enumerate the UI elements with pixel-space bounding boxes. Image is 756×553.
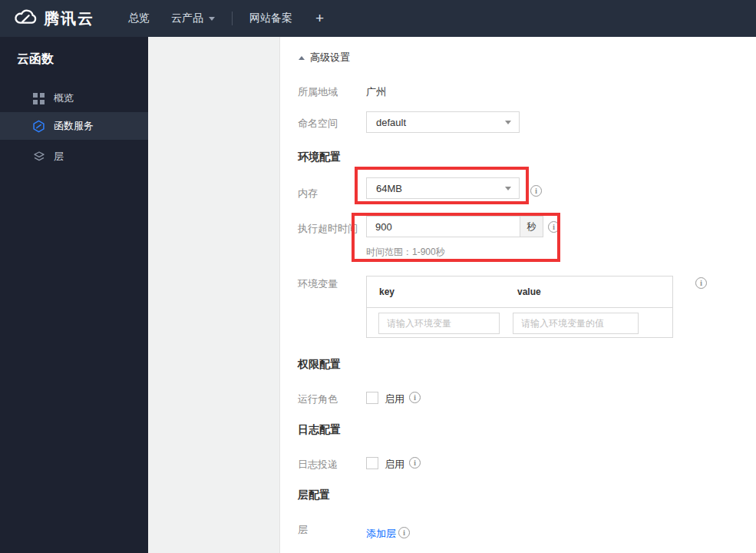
memory-selected-value: 64MB [376, 183, 402, 194]
sidebar-title: 云函数 [0, 37, 148, 84]
memory-select[interactable]: 64MB [366, 177, 520, 199]
timeout-hint: 时间范围：1-900秒 [366, 246, 445, 259]
env-key-header: key [379, 286, 395, 297]
env-vars-table: key value [366, 276, 673, 338]
sidebar-item-layers[interactable]: 层 [0, 143, 148, 171]
add-layer-link[interactable]: 添加层 [366, 527, 396, 541]
chevron-down-icon [209, 17, 215, 21]
tencent-cloud-logo[interactable]: 腾讯云 [14, 8, 94, 29]
overview-grid-icon [32, 92, 45, 105]
timeout-unit-addon: 秒 [520, 216, 543, 237]
run-role-info-icon[interactable] [409, 392, 421, 403]
run-role-enable-label: 启用 [385, 392, 404, 406]
timeout-info-icon[interactable] [548, 221, 560, 233]
sidebar-item-label: 函数服务 [54, 119, 94, 133]
nav-item-cloud-products-label: 云产品 [171, 12, 203, 25]
nav-item-cloud-products[interactable]: 云产品 [160, 0, 226, 37]
env-vars-info-icon[interactable] [695, 277, 707, 289]
sidebar-item-label: 层 [54, 150, 64, 164]
nav-item-icp-filing[interactable]: 网站备案 [239, 0, 303, 37]
env-value-header: value [517, 286, 541, 297]
log-delivery-enable-checkbox[interactable] [366, 457, 378, 469]
sidebar-item-function-service[interactable]: 函数服务 [0, 112, 148, 140]
timeout-unit-label: 秒 [527, 220, 536, 233]
layer-config-heading: 层配置 [298, 488, 330, 502]
perm-config-heading: 权限配置 [298, 358, 341, 372]
log-delivery-info-icon[interactable] [409, 457, 421, 469]
sidebar-item-overview[interactable]: 概览 [0, 84, 148, 112]
brand-name: 腾讯云 [44, 8, 94, 29]
advanced-settings-label: 高级设置 [310, 51, 350, 65]
env-config-heading: 环境配置 [298, 151, 341, 164]
region-label: 所属地域 [298, 85, 338, 99]
left-sidebar: 云函数 概览 函数服务 [0, 37, 148, 553]
layers-icon [32, 151, 45, 164]
run-role-enable-checkbox[interactable] [366, 392, 378, 404]
nav-item-overview-label: 总览 [128, 12, 150, 25]
advanced-settings-toggle[interactable]: 高级设置 [299, 51, 350, 65]
scf-hexagon-icon [32, 120, 45, 133]
namespace-selected-value: default [376, 117, 406, 128]
namespace-label: 命名空间 [298, 117, 338, 131]
log-delivery-enable-label: 启用 [385, 458, 404, 472]
cloud-logo-icon [14, 8, 37, 28]
chevron-down-icon [505, 121, 511, 124]
tencent-cloud-console: 腾讯云 总览 云产品 网站备案 + 云函数 [0, 0, 756, 553]
top-navigation-bar: 腾讯云 总览 云产品 网站备案 + [0, 0, 756, 37]
env-key-input[interactable] [378, 313, 500, 334]
timeout-input[interactable] [366, 216, 520, 237]
log-delivery-label: 日志投递 [298, 458, 338, 472]
collapse-arrow-icon [299, 56, 305, 60]
log-config-heading: 日志配置 [298, 423, 341, 437]
nav-item-icp-filing-label: 网站备案 [249, 12, 292, 25]
timeout-label: 执行超时时间 [298, 222, 358, 236]
chevron-down-icon [505, 187, 511, 190]
nav-divider [232, 12, 233, 25]
region-value: 广州 [366, 85, 386, 99]
nav-item-overview[interactable]: 总览 [117, 0, 160, 37]
sidebar-item-label: 概览 [54, 91, 74, 105]
memory-label: 内存 [298, 187, 318, 200]
namespace-select[interactable]: default [366, 111, 520, 133]
layer-label: 层 [298, 523, 308, 537]
add-layer-info-icon[interactable] [398, 527, 410, 538]
add-tab-button[interactable]: + [303, 0, 336, 37]
table-divider [367, 307, 672, 308]
plus-icon: + [315, 10, 324, 27]
run-role-label: 运行角色 [298, 392, 338, 406]
env-value-input[interactable] [513, 313, 639, 334]
memory-info-icon[interactable] [530, 185, 542, 197]
env-vars-label: 环境变量 [298, 277, 338, 291]
top-nav-menu: 总览 云产品 网站备案 + [117, 0, 336, 37]
secondary-panel [148, 37, 280, 553]
